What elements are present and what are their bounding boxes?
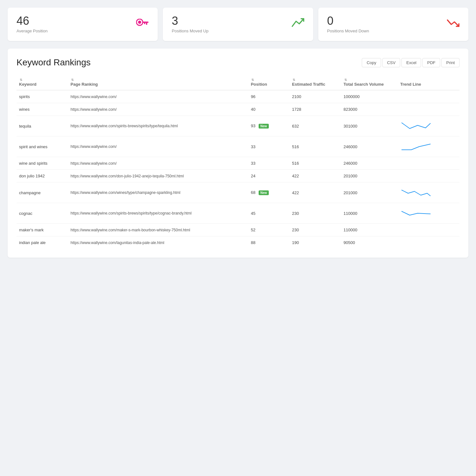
volume-cell: 301000 — [341, 116, 398, 136]
table-row: maker's markhttps://www.wallywine.com/ma… — [17, 224, 459, 236]
keyword-cell: cognac — [17, 203, 68, 224]
position-cell: 96 — [248, 90, 289, 103]
stat-card-positions-down: 0 Positions Moved Down — [318, 8, 468, 41]
csv-button[interactable]: CSV — [382, 58, 400, 67]
positions-up-label: Positions Moved Up — [172, 29, 208, 33]
trend-cell — [398, 203, 459, 224]
position-cell: 68 New — [248, 182, 289, 203]
page-cell: https://www.wallywine.com/wines/type/cha… — [68, 182, 248, 203]
trend-cell — [398, 182, 459, 203]
stat-left-positions-down: 0 Positions Moved Down — [327, 15, 369, 33]
keyword-cell: wine and spirits — [17, 157, 68, 170]
keyword-cell: champagne — [17, 182, 68, 203]
page-cell: https://www.wallywine.com/don-julio-1942… — [68, 170, 248, 182]
table-row: wineshttps://www.wallywine.com/401728823… — [17, 103, 459, 116]
sort-volume-icon[interactable]: ⇅ — [344, 78, 347, 82]
stat-card-positions-up: 3 Positions Moved Up — [163, 8, 313, 41]
trend-cell — [398, 116, 459, 136]
keyword-cell: indian pale ale — [17, 236, 68, 249]
print-button[interactable]: Print — [441, 58, 459, 67]
traffic-cell: 422 — [289, 170, 341, 182]
position-cell: 40 — [248, 103, 289, 116]
page-title: Keyword Rankings — [17, 57, 90, 68]
positions-down-label: Positions Moved Down — [327, 29, 369, 33]
volume-cell: 1000000 — [341, 90, 398, 103]
col-header-keyword[interactable]: ⇅ Keyword — [17, 74, 68, 90]
sort-position-icon[interactable]: ⇅ — [251, 78, 254, 82]
position-cell: 33 — [248, 136, 289, 157]
volume-cell: 823000 — [341, 103, 398, 116]
stat-left-average-position: 46 Average Position — [17, 15, 48, 33]
new-badge: New — [259, 190, 269, 195]
page-cell: https://www.wallywine.com/ — [68, 103, 248, 116]
stat-card-average-position: 46 Average Position — [8, 8, 158, 41]
keyword-cell: tequila — [17, 116, 68, 136]
page-cell: https://www.wallywine.com/ — [68, 157, 248, 170]
col-header-trend: Trend Line — [398, 74, 459, 90]
average-position-number: 46 — [17, 15, 48, 27]
col-header-page[interactable]: ⇅ Page Ranking — [68, 74, 248, 90]
pdf-button[interactable]: PDF — [422, 58, 440, 67]
stat-left-positions-up: 3 Positions Moved Up — [172, 15, 208, 33]
traffic-cell: 516 — [289, 136, 341, 157]
page-cell: https://www.wallywine.com/ — [68, 90, 248, 103]
trend-cell — [398, 170, 459, 182]
excel-button[interactable]: Excel — [401, 58, 421, 67]
arrow-up-icon — [292, 17, 304, 31]
svg-point-1 — [138, 21, 141, 24]
keyword-cell: spirits — [17, 90, 68, 103]
traffic-cell: 516 — [289, 157, 341, 170]
table-row: spiritshttps://www.wallywine.com/9621001… — [17, 90, 459, 103]
table-body: spiritshttps://www.wallywine.com/9621001… — [17, 90, 459, 249]
copy-button[interactable]: Copy — [362, 58, 381, 67]
traffic-cell: 230 — [289, 224, 341, 236]
col-header-volume[interactable]: ⇅ Total Search Volume — [341, 74, 398, 90]
page-cell: https://www.wallywine.com/ — [68, 136, 248, 157]
sort-keyword-icon[interactable]: ⇅ — [20, 78, 22, 82]
position-cell: 88 — [248, 236, 289, 249]
trend-cell — [398, 157, 459, 170]
table-row: wine and spiritshttps://www.wallywine.co… — [17, 157, 459, 170]
arrow-down-icon — [447, 17, 459, 31]
new-badge: New — [259, 124, 269, 129]
keyword-cell: don julio 1942 — [17, 170, 68, 182]
keyword-cell: spirit and wines — [17, 136, 68, 157]
keyword-table: ⇅ Keyword ⇅ Page Ranking ⇅ Position ⇅ Es… — [17, 74, 459, 249]
traffic-cell: 2100 — [289, 90, 341, 103]
trend-cell — [398, 136, 459, 157]
key-icon — [136, 19, 149, 30]
stats-section: 46 Average Position 3 Positions Moved Up — [0, 0, 476, 46]
table-header-row: Keyword Rankings Copy CSV Excel PDF Prin… — [17, 57, 459, 68]
positions-down-number: 0 — [327, 15, 369, 27]
traffic-cell: 422 — [289, 182, 341, 203]
main-content: Keyword Rankings Copy CSV Excel PDF Prin… — [8, 49, 468, 258]
export-buttons: Copy CSV Excel PDF Print — [362, 58, 459, 67]
volume-cell: 110000 — [341, 203, 398, 224]
sort-page-icon[interactable]: ⇅ — [71, 78, 74, 82]
trend-cell — [398, 236, 459, 249]
position-cell: 52 — [248, 224, 289, 236]
page-cell: https://www.wallywine.com/spirits-brews/… — [68, 116, 248, 136]
traffic-cell: 1728 — [289, 103, 341, 116]
table-row: cognachttps://www.wallywine.com/spirits-… — [17, 203, 459, 224]
sort-traffic-icon[interactable]: ⇅ — [293, 78, 295, 82]
table-header-row-el: ⇅ Keyword ⇅ Page Ranking ⇅ Position ⇅ Es… — [17, 74, 459, 90]
position-cell: 45 — [248, 203, 289, 224]
col-header-position[interactable]: ⇅ Position — [248, 74, 289, 90]
position-cell: 24 — [248, 170, 289, 182]
col-header-traffic[interactable]: ⇅ Estimated Traffic — [289, 74, 341, 90]
traffic-cell: 230 — [289, 203, 341, 224]
traffic-cell: 632 — [289, 116, 341, 136]
trend-cell — [398, 103, 459, 116]
volume-cell: 246000 — [341, 136, 398, 157]
table-row: spirit and wineshttps://www.wallywine.co… — [17, 136, 459, 157]
volume-cell: 201000 — [341, 182, 398, 203]
trend-cell — [398, 90, 459, 103]
trend-cell — [398, 224, 459, 236]
positions-up-number: 3 — [172, 15, 208, 27]
volume-cell: 90500 — [341, 236, 398, 249]
position-cell: 93 New — [248, 116, 289, 136]
keyword-cell: maker's mark — [17, 224, 68, 236]
volume-cell: 110000 — [341, 224, 398, 236]
traffic-cell: 190 — [289, 236, 341, 249]
